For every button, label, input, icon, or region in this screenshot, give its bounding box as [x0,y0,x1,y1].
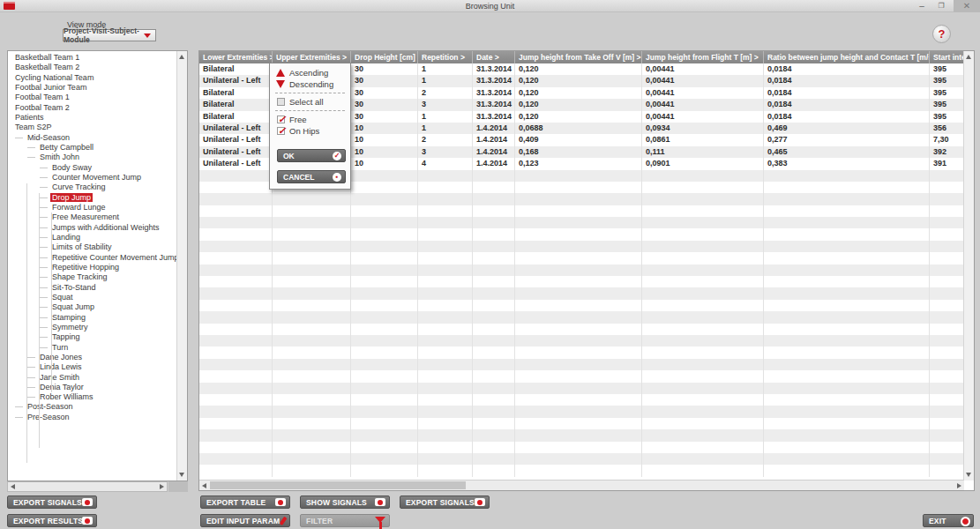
tree-item-post-season[interactable]: Post-Season [8,402,176,412]
table-cell [642,335,764,346]
tree-connector [27,397,35,398]
help-button[interactable]: ? [932,25,951,43]
on-hips-checkbox[interactable] [277,127,285,135]
scroll-down-icon[interactable] [966,473,971,477]
ok-button[interactable]: OK ✓ [277,149,346,162]
tree-item-label: Basketball Team 2 [13,63,81,71]
tree-item-dane-jones[interactable]: Dane Jones [8,353,176,362]
table-cell [199,453,273,465]
view-mode-select[interactable]: Project-Visit-Subject-Module [63,29,156,41]
edit-input-param-button[interactable]: EDIT INPUT PARAM. [200,514,290,527]
exit-button[interactable]: EXIT [923,514,974,527]
column-header-upper-extremities[interactable]: Upper Extremities > [273,51,351,63]
export-signals-button[interactable]: EXPORT SIGNALS [400,495,490,509]
scroll-left-icon[interactable] [202,483,206,488]
table-cell [273,442,351,453]
tree-item-basketball-team-2[interactable]: Basketball Team 2 [8,63,176,72]
scrollbar-thumb[interactable] [210,481,466,489]
tree-item-turn[interactable]: Turn [8,343,176,353]
tree-item-linda-lewis[interactable]: Linda Lewis [8,362,176,372]
tree-item-squat[interactable]: Squat [8,293,176,302]
column-header-date[interactable]: Date > [473,51,515,63]
tree-item-squat-jump[interactable]: Squat Jump [8,302,176,312]
tree-item-free-measurement[interactable]: Free Measurement [8,212,176,222]
tree-item-repetitive-hopping[interactable]: Repetitive Hopping [8,263,176,272]
menu-item-ascending[interactable]: Ascending [270,67,350,78]
tree-item-body-sway[interactable]: Body Sway [8,163,176,173]
table-cell: 0,0934 [642,123,764,134]
tree-item-symmetry[interactable]: Symmetry [8,323,176,332]
show-signals-button[interactable]: SHOW SIGNALS [300,495,390,509]
scroll-down-icon[interactable] [179,473,184,477]
table-cell [199,300,273,311]
table-cell [199,324,273,335]
table-vertical-scrollbar[interactable] [963,51,974,481]
tree-item-sit-to-stand[interactable]: Sit-To-Stand [8,283,176,293]
tree-item-footbal-team-2[interactable]: Footbal Team 2 [8,103,176,113]
tree-item-denia-taylor[interactable]: Denia Taylor [8,383,176,392]
table-horizontal-scrollbar[interactable] [199,480,964,490]
scroll-left-icon[interactable] [11,484,15,489]
tree-item-stamping[interactable]: Stamping [8,313,176,323]
tree-item-tapping[interactable]: Tapping [8,332,176,342]
scroll-up-icon[interactable] [966,55,971,59]
table-cell [642,205,764,217]
tree-item-forward-lunge[interactable]: Forward Lunge [8,203,176,212]
tree-item-cycling-national-team[interactable]: Cycling National Team [8,73,176,83]
tree-item-jumps-with-additional-weights[interactable]: Jumps with Additional Weights [8,223,176,233]
tree-item-counter-movement-jump[interactable]: Counter Movement Jump [8,173,176,183]
tree-item-curve-tracking[interactable]: Curve Tracking [8,183,176,192]
cancel-button[interactable]: CANCEL ▪ [277,170,346,183]
table-cell [642,418,764,429]
tree-item-shape-tracking[interactable]: Shape Tracking [8,272,176,282]
export-results-button[interactable]: EXPORT RESULTS [7,514,97,527]
tree-item-label: Counter Movement Jump [50,173,143,182]
export-signals-button[interactable]: EXPORT SIGNALS [7,495,97,509]
column-header-jump-height-from-take-off-v-m[interactable]: Jump height from Take Off V [m] > [515,51,642,63]
menu-item-select-all[interactable]: Select all [270,96,350,108]
menu-item-free[interactable]: Free [270,114,350,125]
table-cell [273,276,351,287]
free-checkbox[interactable] [277,115,285,123]
tree-item-smith-john[interactable]: Smith John [8,153,176,162]
filter-button[interactable]: FILTER [300,514,390,527]
table-cell [351,465,418,476]
export-table-button[interactable]: EXPORT TABLE [200,495,290,509]
exit-icon [961,517,970,526]
select-all-checkbox[interactable] [277,98,285,106]
restore-icon[interactable]: ❐ [932,0,950,12]
column-header-start-inte[interactable]: Start inte [930,51,964,63]
tree-item-landing[interactable]: Landing [8,233,176,242]
tree-horizontal-scrollbar[interactable] [7,481,168,492]
close-icon[interactable]: ✕ [954,0,980,12]
table-cell [418,276,473,287]
tree-item-basketball-team-1[interactable]: Basketball Team 1 [8,53,176,63]
menu-item-descending[interactable]: Descending [270,78,350,90]
minimize-icon[interactable]: – [913,0,931,12]
tree-item-jane-smith[interactable]: Jane Smith [8,373,176,383]
tree-item-rober-williams[interactable]: Rober Williams [8,392,176,402]
table-cell [764,383,930,394]
tree-item-betty-campbell[interactable]: Betty Campbell [8,143,176,153]
column-header-jump-height-from-flight-t-m[interactable]: Jump height from Flight T [m] > [642,51,764,63]
menu-item-on-hips[interactable]: On Hips [270,125,350,137]
tree-item-limits-of-stability[interactable]: Limits of Stability [8,242,176,252]
scroll-right-icon[interactable] [160,484,164,489]
scroll-right-icon[interactable] [957,483,961,488]
tree-item-patients[interactable]: Patients [8,113,176,123]
tree-item-mid-season[interactable]: Mid-Season [8,133,176,143]
tree-item-pre-season[interactable]: Pre-Season [8,413,176,422]
tree-item-footbal-junior-team[interactable]: Footbal Junior Team [8,83,176,93]
column-header-repetition[interactable]: Repetition > [418,51,473,63]
column-header-lower-extremities[interactable]: Lower Extremities > [199,51,273,63]
column-header-ratio-between-jump-height-and-contact-t-m-s[interactable]: Ratio between jump height and Contact T … [764,51,930,63]
tree-item-footbal-team-1[interactable]: Footbal Team 1 [8,93,176,102]
tree-item-team-s2p[interactable]: Team S2P [8,123,176,132]
table-cell [473,335,515,346]
tree-vertical-scrollbar[interactable] [176,51,187,481]
tree-item-drop-jump[interactable]: Drop Jump [8,193,176,203]
tree-item-repetitive-counter-movement-jumps[interactable]: Repetitive Counter Movement Jumps [8,253,176,263]
table-cell [930,406,964,417]
column-header-drop-height-cm[interactable]: Drop Height [cm] > [351,51,418,63]
scroll-up-icon[interactable] [179,55,184,59]
